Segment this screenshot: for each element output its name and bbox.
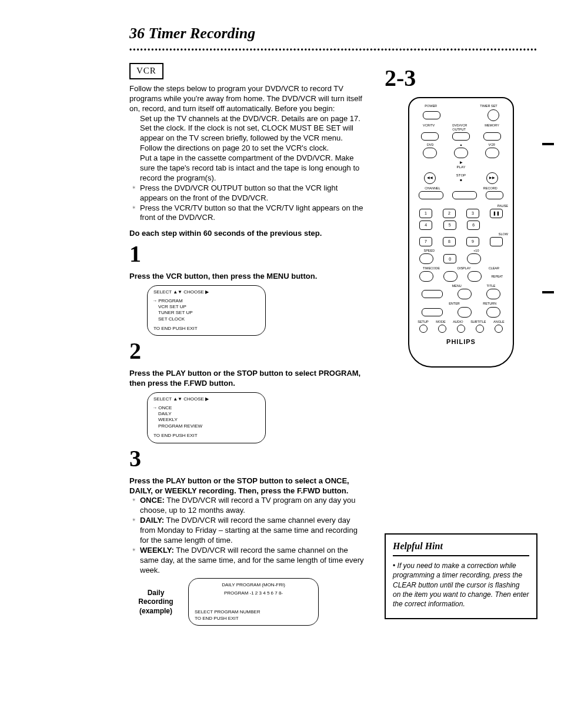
vcr-button (485, 148, 499, 158)
enter-button (458, 307, 472, 318)
screen1-item: TUNER SET UP (158, 310, 259, 316)
step-2-number: 2 (129, 339, 367, 363)
remote-illustration: POWERTIMER SET VCR/TVDVD/VCROUTPUTMEMORY… (385, 97, 537, 368)
vcrtv-button (421, 132, 439, 141)
eject-button (454, 148, 468, 158)
screen3-line3: SELECT PROGRAM NUMBER (195, 609, 312, 615)
screen1-header: SELECT ▲▼ CHOOSE ▶ (153, 289, 259, 295)
page-heading: Timer Recording (149, 25, 256, 42)
rew-button: ◀◀ (424, 172, 436, 184)
screen1-item: PROGRAM (158, 298, 259, 304)
once-desc: ONCE: The DVD/VCR will record a TV progr… (140, 496, 367, 516)
page-number: 36 (129, 25, 145, 42)
screen3-line1: DAILY PROGRAM (MON-FRI) (195, 582, 312, 588)
num-4: 4 (419, 221, 432, 230)
step-1-text: Press the VCR button, then press the MEN… (129, 272, 367, 282)
screen2-item: DAILY (158, 411, 259, 417)
on-screen-menu-1: SELECT ▲▼ CHOOSE ▶ PROGRAM VCR SET UP TU… (147, 285, 266, 336)
arrow-pad-2 (422, 308, 443, 316)
num-7: 7 (419, 237, 432, 246)
num-6: 6 (467, 221, 480, 230)
weekly-desc: WEEKLY: The DVD/VCR will record the same… (140, 546, 367, 576)
screen2-prompt: TO END PUSH EXIT (153, 433, 259, 439)
memory-button (483, 132, 501, 141)
timecode-button (419, 271, 433, 282)
vcr-badge: VCR (129, 63, 163, 79)
daily-example-label: DailyRecording(example) (129, 578, 182, 616)
timer-set-button (487, 109, 499, 121)
mode-button (438, 325, 446, 333)
num-0: 0 (443, 254, 456, 263)
screen2-item: ONCE (158, 405, 259, 411)
step-range-label: 2-3 (385, 63, 537, 93)
rec-button (486, 191, 503, 199)
step-1-number: 1 (129, 242, 367, 266)
ffwd-button: ▶▶ (486, 172, 498, 184)
num-1: 1 (419, 209, 432, 218)
step-3-number: 3 (129, 447, 367, 470)
step-2-text: Press the PLAY button or the STOP button… (129, 369, 367, 389)
main-content: VCR Follow the steps below to program yo… (129, 63, 367, 626)
remote-brand: PHILIPS (414, 338, 508, 346)
setup-button (419, 325, 428, 333)
helpful-hint-box: Helpful Hint If you need to make a corre… (385, 533, 537, 619)
hint-title: Helpful Hint (393, 540, 529, 556)
slow-button (490, 237, 503, 246)
on-screen-menu-2: SELECT ▲▼ CHOOSE ▶ ONCE DAILY WEEKLY PRO… (147, 392, 266, 443)
on-screen-menu-3: DAILY PROGRAM (MON-FRI) PROGRAM -1 2 3 4… (188, 578, 319, 626)
num-8: 8 (443, 237, 456, 246)
power-button (423, 111, 440, 119)
sidebar: 2-3 POWERTIMER SET VCR/TVDVD/VCROUTPUTME… (385, 63, 537, 619)
plus10-button (467, 253, 481, 264)
setup-vcrtv: Press the VCR/TV button so that the VCR/… (140, 203, 367, 223)
pause-button: ❚❚ (490, 209, 503, 218)
dotted-rule: ••••••••••••••••••••••••••••••••••••••••… (129, 46, 537, 55)
display-button (443, 271, 458, 282)
callout-tick-1 (542, 143, 554, 151)
hint-body: If you need to make a correction while p… (393, 561, 529, 609)
callout-tick-2 (542, 291, 554, 299)
title-button (486, 289, 500, 299)
num-9: 9 (466, 237, 479, 246)
subtitle-button (476, 325, 484, 333)
setup-clock: Set the clock. If the clock is not set, … (140, 123, 367, 153)
setup-channels: Set up the TV channels at the DVD/VCR. D… (140, 114, 367, 124)
dvd-button (423, 148, 437, 158)
intro-paragraph: Follow the steps below to program your D… (129, 84, 367, 114)
screen1-prompt: TO END PUSH EXIT (153, 326, 259, 332)
clear-button (468, 271, 482, 282)
screen1-item: SET CLOCK (158, 316, 259, 322)
screen1-item: VCR SET UP (158, 304, 259, 310)
num-3: 3 (466, 209, 479, 218)
setup-tape: Put a tape in the cassette compartment o… (140, 153, 367, 183)
menu-button (458, 289, 472, 299)
channel-button (419, 191, 443, 199)
record-button (452, 191, 477, 199)
screen2-item: WEEKLY (158, 417, 259, 423)
screen3-line4: TO END PUSH EXIT (195, 616, 312, 622)
angle-button (495, 325, 503, 333)
daily-desc: DAILY: The DVD/VCR will record the same … (140, 516, 367, 546)
speed-button (419, 253, 433, 264)
arrow-pad (422, 290, 443, 298)
output-button (452, 132, 470, 141)
screen2-item: PROGRAM REVIEW (158, 423, 259, 429)
sixty-second-note: Do each step within 60 seconds of the pr… (129, 229, 367, 239)
setup-output: Press the DVD/VCR OUTPUT button so that … (140, 183, 367, 203)
screen3-line2: PROGRAM -1 2 3 4 5 6 7 8- (195, 590, 312, 596)
num-5: 5 (443, 221, 456, 230)
return-button (486, 307, 500, 318)
num-2: 2 (443, 209, 456, 218)
screen2-header: SELECT ▲▼ CHOOSE ▶ (153, 396, 259, 402)
page-title: 36 Timer Recording (129, 24, 537, 44)
step-3-text: Press the PLAY button or the STOP button… (129, 476, 367, 496)
audio-button (457, 325, 465, 333)
